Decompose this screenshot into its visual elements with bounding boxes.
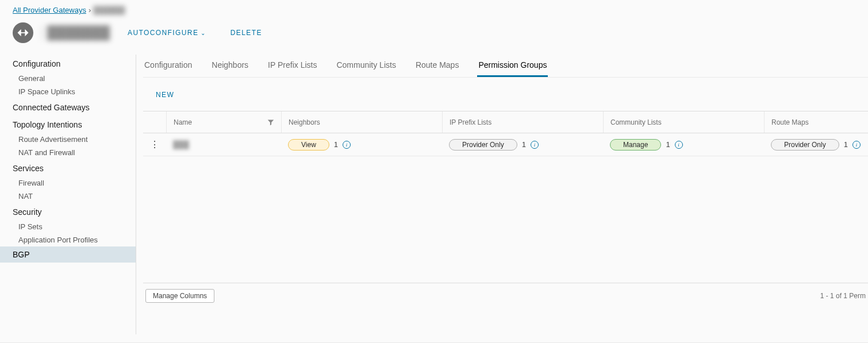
breadcrumb: All Provider Gateways › ██████ — [0, 0, 868, 22]
delete-button[interactable]: DELETE — [227, 28, 266, 37]
sidebar-item-application-port-profiles[interactable]: Application Port Profiles — [0, 233, 136, 246]
sidebar-item-firewall[interactable]: Firewall — [0, 176, 136, 190]
sidebar-item-bgp[interactable]: BGP — [0, 246, 136, 263]
breadcrumb-root-link[interactable]: All Provider Gateways — [13, 6, 86, 14]
neighbors-count: 1 — [334, 140, 338, 149]
pager-text: 1 - 1 of 1 Perm — [820, 292, 868, 300]
sidebar-item-ip-space-uplinks[interactable]: IP Space Uplinks — [0, 85, 136, 98]
sidebar-group-services[interactable]: Services — [0, 159, 136, 176]
new-button[interactable]: NEW — [152, 90, 178, 99]
sidebar-item-route-advertisement[interactable]: Route Advertisement — [0, 133, 136, 146]
page-title-row: ███████ AUTOCONFIGURE ⌄ DELETE — [0, 22, 868, 55]
community-count: 1 — [666, 140, 670, 149]
row-actions-menu[interactable]: ⋮ — [150, 140, 159, 149]
sidebar-group-security[interactable]: Security — [0, 203, 136, 220]
tab-configuration[interactable]: Configuration — [143, 60, 193, 77]
row-name: ███ — [173, 140, 189, 149]
tab-permission-groups[interactable]: Permission Groups — [477, 60, 548, 77]
tab-community-lists[interactable]: Community Lists — [335, 60, 397, 77]
sidebar-item-general[interactable]: General — [0, 72, 136, 85]
col-ip-prefix-lists[interactable]: IP Prefix Lists — [442, 111, 603, 133]
grid-footer: Manage Columns 1 - 1 of 1 Perm — [143, 283, 868, 303]
col-route-maps[interactable]: Route Maps — [764, 111, 868, 133]
route-maps-permission-pill: Provider Only — [771, 139, 839, 151]
col-community-lists[interactable]: Community Lists — [603, 111, 764, 133]
sidebar-group-topology-intentions[interactable]: Topology Intentions — [0, 115, 136, 133]
content-area: Configuration Neighbors IP Prefix Lists … — [136, 55, 868, 334]
permission-groups-grid: Name Neighbors IP Prefix Lists Community… — [143, 111, 868, 283]
sidebar: Configuration General IP Space Uplinks C… — [0, 55, 136, 334]
info-icon[interactable]: i — [531, 141, 539, 149]
chevron-right-icon: › — [89, 6, 91, 14]
col-name[interactable]: Name — [166, 111, 281, 133]
sidebar-item-nat-and-firewall[interactable]: NAT and Firewall — [0, 146, 136, 159]
breadcrumb-current: ██████ — [93, 6, 125, 14]
sidebar-item-nat[interactable]: NAT — [0, 190, 136, 203]
sidebar-item-ip-sets[interactable]: IP Sets — [0, 220, 136, 233]
table-row: ⋮ ███ View 1 i Provider Only 1 i Manage … — [143, 133, 868, 156]
sidebar-group-connected-gateways[interactable]: Connected Gateways — [0, 98, 136, 115]
tab-route-maps[interactable]: Route Maps — [414, 60, 460, 77]
grid-header-row: Name Neighbors IP Prefix Lists Community… — [143, 111, 868, 133]
tab-ip-prefix-lists[interactable]: IP Prefix Lists — [267, 60, 318, 77]
info-icon[interactable]: i — [852, 141, 861, 149]
route-maps-count: 1 — [844, 140, 848, 149]
manage-columns-button[interactable]: Manage Columns — [145, 289, 214, 303]
col-neighbors[interactable]: Neighbors — [281, 111, 442, 133]
community-permission-pill: Manage — [610, 139, 661, 151]
ip-prefix-permission-pill: Provider Only — [449, 139, 517, 151]
neighbors-permission-pill: View — [288, 139, 329, 151]
tab-bar: Configuration Neighbors IP Prefix Lists … — [143, 57, 868, 78]
sidebar-group-configuration[interactable]: Configuration — [0, 55, 136, 72]
chevron-down-icon: ⌄ — [201, 30, 206, 36]
info-icon[interactable]: i — [675, 141, 683, 149]
gateway-icon — [13, 22, 33, 43]
col-actions — [143, 111, 166, 133]
autoconfigure-button[interactable]: AUTOCONFIGURE ⌄ — [124, 28, 210, 37]
page-title: ███████ — [41, 25, 110, 40]
ip-prefix-count: 1 — [522, 140, 526, 149]
filter-icon[interactable] — [267, 119, 274, 126]
tab-neighbors[interactable]: Neighbors — [210, 60, 249, 77]
info-icon[interactable]: i — [343, 141, 351, 149]
